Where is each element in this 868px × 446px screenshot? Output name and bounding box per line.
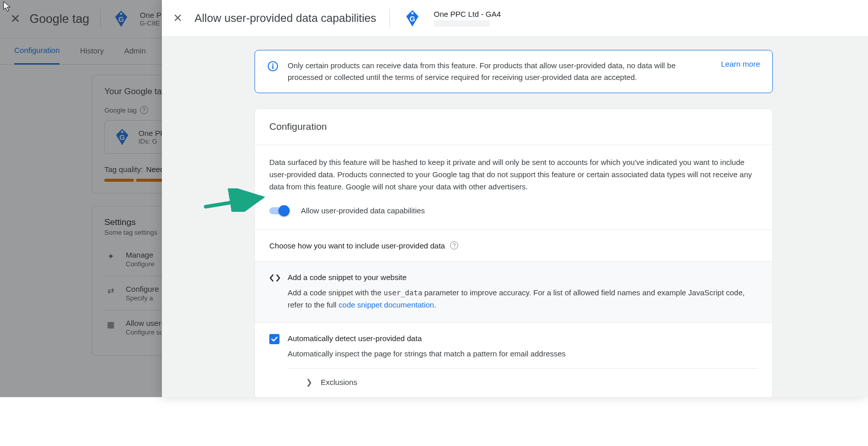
gtag-icon: G	[113, 128, 131, 146]
svg-text:G: G	[119, 15, 124, 23]
help-icon[interactable]: ?	[450, 241, 458, 249]
bg-page-title: Google tag	[30, 12, 89, 26]
option-code-snippet: Add a code snippet to your website Add a…	[255, 261, 772, 322]
gtag-icon: G	[403, 9, 422, 27]
allow-user-data-toggle[interactable]	[269, 205, 290, 216]
info-icon	[267, 61, 278, 72]
id-card-icon: ▦	[104, 319, 117, 329]
configuration-card: Configuration Data surfaced by this feat…	[255, 108, 773, 398]
svg-rect-8	[272, 65, 273, 69]
close-icon[interactable]: ✕	[10, 12, 20, 26]
arrows-icon: ⇄	[104, 285, 117, 295]
tab-admin[interactable]: Admin	[124, 46, 146, 56]
svg-text:G: G	[410, 15, 415, 23]
svg-point-4	[411, 12, 413, 14]
option2-desc: Automatically inspect the page for strin…	[288, 348, 758, 360]
svg-point-2	[121, 131, 123, 133]
panel-tag-id-redacted	[434, 20, 490, 26]
sparkle-icon: ✦	[104, 250, 117, 261]
choose-heading: Choose how you want to include user-prov…	[255, 230, 772, 261]
option-auto-detect: Automatically detect user-provided data …	[255, 322, 772, 398]
toggle-label: Allow user-provided data capabilities	[301, 206, 425, 215]
svg-point-7	[272, 64, 274, 65]
svg-point-0	[120, 13, 122, 15]
tab-configuration[interactable]: Configuration	[14, 38, 60, 65]
side-panel: ✕ Allow user-provided data capabilities …	[162, 0, 868, 397]
option1-desc: Add a code snippet with the user_data pa…	[288, 287, 758, 311]
exclusions-expand[interactable]: ❯ Exclusions	[288, 368, 758, 387]
chevron-right-icon: ❯	[306, 378, 313, 387]
close-icon[interactable]: ✕	[173, 12, 182, 25]
code-icon	[269, 273, 279, 285]
banner-text: Only certain products can receive data f…	[288, 60, 707, 83]
code-snippet-doc-link[interactable]: code snippet documentation	[339, 300, 434, 309]
tab-history[interactable]: History	[80, 46, 104, 56]
config-heading: Configuration	[255, 109, 772, 145]
panel-title: Allow user-provided data capabilities	[194, 12, 376, 25]
panel-tag-name: One PPC Ltd - GA4	[434, 10, 501, 18]
info-banner: Only certain products can receive data f…	[255, 50, 773, 93]
help-icon[interactable]: ?	[140, 106, 148, 114]
learn-more-link[interactable]: Learn more	[721, 60, 760, 68]
config-description: Data surfaced by this feature will be ha…	[255, 145, 772, 193]
gtag-icon: G	[112, 10, 130, 28]
svg-text:G: G	[120, 133, 125, 142]
option1-title: Add a code snippet to your website	[288, 273, 758, 282]
option2-title: Automatically detect user-provided data	[288, 334, 758, 343]
auto-detect-checkbox[interactable]	[269, 334, 279, 344]
